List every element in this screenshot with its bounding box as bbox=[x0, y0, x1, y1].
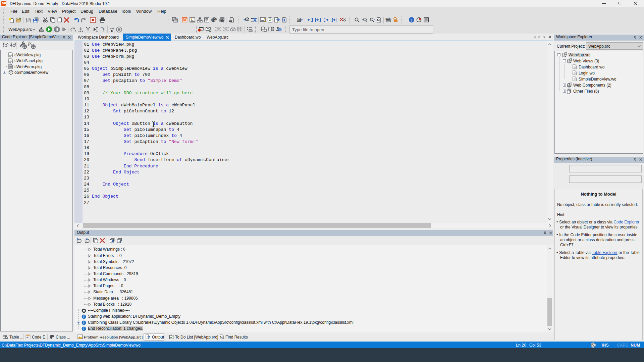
svg-text:fx: fx bbox=[28, 41, 32, 46]
svg-text:c̶a̶b̶: c̶a̶b̶ bbox=[385, 17, 391, 20]
svg-text:ab: ab bbox=[298, 18, 301, 21]
svg-text:#: # bbox=[103, 29, 105, 32]
svg-text:DF: DF bbox=[183, 18, 187, 22]
svg-text:!: ! bbox=[79, 337, 80, 339]
svg-text:?: ? bbox=[411, 18, 413, 22]
